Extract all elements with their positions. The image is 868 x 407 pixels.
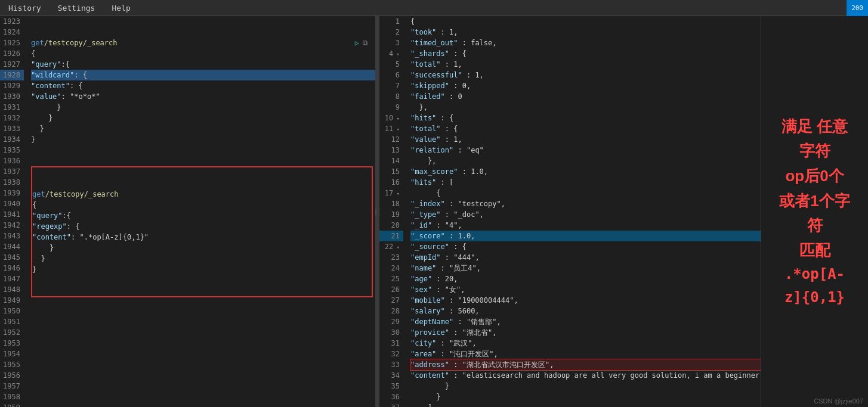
line-number: 4 ▾ bbox=[379, 48, 403, 59]
line-number: 9 bbox=[379, 102, 403, 113]
code-line: "query":{ bbox=[32, 210, 372, 221]
line-number: 17 ▾ bbox=[379, 188, 403, 198]
line-number: 1945 bbox=[0, 252, 24, 263]
line-number: 24 bbox=[379, 263, 403, 274]
line-number: 29 bbox=[379, 316, 403, 327]
line-number: 1951 bbox=[0, 316, 24, 327]
code-line bbox=[32, 178, 372, 189]
code-line: "_shards" : { bbox=[410, 48, 761, 59]
line-number: 34 bbox=[379, 370, 403, 381]
copy-icon[interactable]: ⧉ bbox=[363, 38, 368, 48]
code-line bbox=[32, 167, 372, 178]
line-number: 1935 bbox=[0, 145, 24, 156]
line-number: 7 bbox=[379, 80, 403, 91]
code-line bbox=[31, 405, 375, 407]
line-number: 1932 bbox=[0, 113, 24, 123]
annotation-line2: op后0个或者1个字符 bbox=[779, 164, 850, 238]
line-number: 11 ▾ bbox=[379, 123, 403, 134]
code-line: } bbox=[410, 381, 761, 392]
code-line: } bbox=[31, 113, 375, 123]
code-line: }, bbox=[410, 102, 761, 113]
line-number: 3 bbox=[379, 38, 403, 48]
annotation-line4: .*op[A-z]{0,1} bbox=[779, 263, 850, 309]
watermark: CSDN @jzjie007 bbox=[814, 397, 863, 405]
code-line: "regexp": { bbox=[32, 221, 372, 232]
code-line: "_score" : 1.0, bbox=[410, 231, 761, 241]
menu-settings[interactable]: Settings bbox=[54, 2, 99, 14]
right-code-content: { "took" : 1, "timed_out" : false, "_sha… bbox=[408, 16, 761, 407]
code-line: "value": "*o*o*" bbox=[31, 91, 375, 102]
code-line: "skipped" : 0, bbox=[410, 80, 761, 91]
code-line: "_index" : "testcopy", bbox=[410, 198, 761, 209]
line-number: 35 bbox=[379, 381, 403, 392]
right-code-area[interactable]: 1234 ▾5678910 ▾11 ▾121314151617 ▾1819202… bbox=[379, 16, 761, 407]
line-number: 1923 bbox=[0, 16, 24, 27]
code-line bbox=[31, 308, 375, 319]
line-number: 1933 bbox=[0, 123, 24, 134]
line-number: 21 bbox=[379, 231, 403, 241]
code-line: "content" : "elasticsearch and hadoop ar… bbox=[410, 370, 761, 381]
annotation-line1: 满足 任意字符 bbox=[779, 114, 850, 164]
code-line: } bbox=[31, 134, 375, 145]
line-number: 32 bbox=[379, 349, 403, 359]
line-number: 15 bbox=[379, 166, 403, 177]
line-number: 22 ▾ bbox=[379, 241, 403, 252]
code-line: "age" : 20, bbox=[410, 274, 761, 284]
line-number: 19 bbox=[379, 209, 403, 220]
line-number: 27 bbox=[379, 295, 403, 306]
code-line bbox=[31, 16, 375, 27]
line-number: 1947 bbox=[0, 274, 24, 284]
line-numbers-right: 1234 ▾5678910 ▾11 ▾121314151617 ▾1819202… bbox=[379, 16, 408, 407]
line-number: 1929 bbox=[0, 80, 24, 91]
line-number: 1957 bbox=[0, 381, 24, 392]
code-line: "max_score" : 1.0, bbox=[410, 166, 761, 177]
red-box-block: get /testcopy/_search{ "query":{ "regexp… bbox=[31, 166, 373, 297]
line-number: 10 ▾ bbox=[379, 113, 403, 123]
menu-history[interactable]: History bbox=[5, 2, 45, 14]
line-number: 1948 bbox=[0, 284, 24, 295]
line-number: 1928 bbox=[0, 70, 24, 80]
code-line: "deptName" : "销售部", bbox=[410, 316, 761, 327]
left-code-area[interactable]: 1923192419251926192719281929193019311932… bbox=[0, 16, 375, 407]
code-line: } bbox=[32, 243, 372, 253]
run-icon[interactable]: ▷ bbox=[355, 38, 359, 48]
line-number: 1944 bbox=[0, 241, 24, 252]
code-line: } bbox=[31, 102, 375, 113]
code-line: { bbox=[410, 188, 761, 198]
code-line: "name" : "员工4", bbox=[410, 263, 761, 274]
code-line bbox=[31, 351, 375, 362]
line-number: 1927 bbox=[0, 59, 24, 70]
line-number: 1941 bbox=[0, 209, 24, 220]
code-line: "_type" : "_doc", bbox=[410, 209, 761, 220]
code-line: "timed_out" : false, bbox=[410, 38, 761, 48]
code-line: "took" : 1, bbox=[410, 27, 761, 38]
code-line: "wildcard": { bbox=[31, 70, 375, 80]
code-line: "content": { bbox=[31, 80, 375, 91]
code-line bbox=[31, 372, 375, 383]
code-line: "city" : "武汉", bbox=[410, 338, 761, 349]
line-number: 1950 bbox=[0, 306, 24, 316]
code-line: "total" : { bbox=[410, 123, 761, 134]
code-line bbox=[31, 27, 375, 38]
line-number: 1938 bbox=[0, 177, 24, 188]
code-line: "_source" : { bbox=[410, 241, 761, 252]
code-line: { bbox=[410, 16, 761, 27]
code-line: }, bbox=[410, 156, 761, 166]
line-numbers-left: 1923192419251926192719281929193019311932… bbox=[0, 16, 29, 407]
line-number: 36 bbox=[379, 392, 403, 402]
line-number: 1924 bbox=[0, 27, 24, 38]
menu-help[interactable]: Help bbox=[108, 2, 134, 14]
line-number: 25 bbox=[379, 274, 403, 284]
line-number: 23 bbox=[379, 252, 403, 263]
line-number: 1949 bbox=[0, 295, 24, 306]
code-line: "query":{ bbox=[31, 59, 375, 70]
code-line bbox=[31, 330, 375, 340]
line-number: 2 bbox=[379, 27, 403, 38]
line-number: 1 bbox=[379, 16, 403, 27]
line-number: 1946 bbox=[0, 263, 24, 274]
code-line: } bbox=[410, 392, 761, 402]
line-number: 1937 bbox=[0, 166, 24, 177]
line-number: 1959 bbox=[0, 402, 24, 407]
line-number: 28 bbox=[379, 306, 403, 316]
line-number: 1926 bbox=[0, 48, 24, 59]
